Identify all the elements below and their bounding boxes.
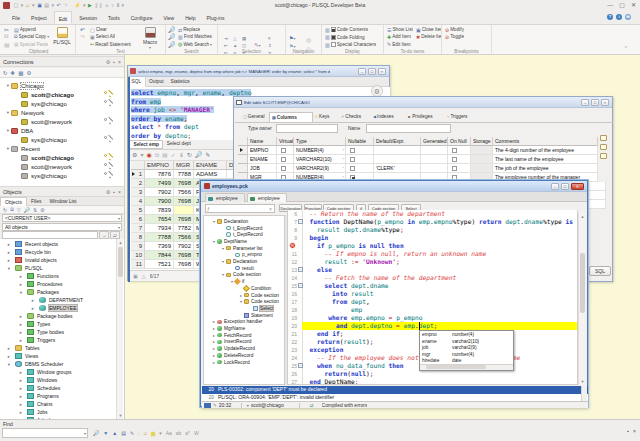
clear-filter-icon[interactable]: × (269, 206, 272, 212)
ribbon-item-recallstatement[interactable]: ↩Recall Statement (90, 41, 131, 48)
program-tree-item[interactable]: ▸Code section (204, 292, 285, 299)
program-tree-item[interactable]: ▸InsertRecord (204, 339, 285, 346)
ribbon-tab-configure[interactable]: Configure (127, 11, 157, 24)
storage-cell[interactable] (471, 164, 493, 173)
export-icon[interactable]: ⇓ (179, 151, 184, 159)
connection-item[interactable]: ▾DBA (0, 126, 124, 135)
connection-item[interactable]: scott@newyork (0, 117, 124, 126)
objects-search-input[interactable] (2, 231, 98, 239)
sep[interactable]: | (138, 429, 139, 437)
highlight-icon[interactable]: ✎ (130, 429, 134, 437)
ribbon-tab-project[interactable]: Project (27, 11, 51, 24)
cut-icon[interactable]: ✂ (4, 26, 10, 33)
dialog-tab-triggers[interactable]: ⌁Triggers (445, 112, 483, 122)
connection-item[interactable]: ▾Chicago (0, 81, 124, 90)
onnull-cell[interactable] (448, 164, 471, 173)
gear-icon[interactable]: ⚙ (132, 151, 137, 159)
connection-item[interactable]: scott@chicago (0, 90, 124, 99)
ribbon-item-deleteitem[interactable]: ✖Delete Item (416, 33, 442, 40)
panel-pin-icon[interactable]: ▪ (113, 59, 115, 66)
grid-header-ename[interactable]: ENAME (194, 161, 227, 170)
ribbon-item-replace[interactable]: ⇄Replace (178, 26, 212, 33)
sql-tab-sql[interactable]: SQL (128, 77, 146, 87)
ribbon-tab-session[interactable]: Session (75, 11, 101, 24)
grid-cell[interactable]: 7369 (145, 242, 174, 251)
scrollbar-thumb[interactable] (118, 247, 123, 277)
checkbox-icon[interactable] (331, 27, 336, 32)
case-icon[interactable]: Aa (166, 429, 172, 437)
default-cell[interactable]: 'CLERK' (374, 164, 421, 173)
panel-gear-icon[interactable]: ⚙ (106, 59, 110, 66)
ribbon-item-modify[interactable]: ⊘Modify (445, 26, 464, 33)
grid-cell[interactable]: 7698 (174, 197, 194, 206)
onnull-checkbox[interactable] (452, 157, 457, 162)
layout-icon[interactable]: ▦ (18, 70, 23, 76)
add-connection-icon[interactable]: ✚ (11, 70, 16, 76)
dialog-grid-header-storage[interactable]: Storage (471, 137, 493, 146)
nullable-cell[interactable] (346, 146, 374, 155)
virtual-cell[interactable] (277, 146, 294, 155)
close-find-icon[interactable]: × (633, 428, 636, 434)
program-tree-item[interactable]: ▾Declaration (204, 258, 285, 265)
find-icon[interactable]: 🔎 (168, 26, 176, 33)
dialog-tab-privileges[interactable]: ☻Privileges (405, 112, 445, 122)
selection-tool-icon[interactable]: ≋ (233, 51, 237, 54)
program-tree-item[interactable]: ▸LockRecord (204, 359, 285, 366)
tree-filter-input[interactable]: ƒ× (205, 204, 275, 213)
dialog-titlebar[interactable]: Edit table SCOTT.EMP@CHICAGO–□× (234, 97, 612, 108)
default-cell[interactable] (374, 146, 421, 155)
grid-cell[interactable]: 7839 (145, 206, 174, 215)
goto-line-icon[interactable]: → (289, 41, 294, 54)
ribbon-item-clear[interactable]: ▢Clear (90, 26, 131, 33)
paste-icon[interactable]: ▤ (4, 41, 10, 48)
dialog-grid-header-name[interactable]: Name (248, 137, 277, 146)
dialog-grid-header-type[interactable]: Type (294, 137, 346, 146)
grid-header-empno[interactable]: EMPNO (145, 161, 174, 170)
grid-cell[interactable]: 7844 (145, 251, 174, 260)
sql-window-titlebar[interactable]: select empno, mgr, ename, deptno from em… (128, 66, 389, 77)
program-tree-item[interactable]: ▾Code section (204, 298, 285, 305)
grid-cell[interactable]: 7902 (174, 242, 194, 251)
grid-cell[interactable]: 7654 (145, 215, 174, 224)
marker-icon[interactable]: ▆ (151, 429, 155, 437)
find-prev-icon[interactable]: ▲ (112, 429, 117, 437)
virtual-checkbox[interactable] (281, 166, 286, 171)
dialog-tab-general[interactable]: ▢General (241, 112, 269, 122)
help-icon[interactable]: ? (607, 14, 613, 20)
grid-cell[interactable]: 7902 (145, 188, 174, 197)
close-button[interactable]: ✕ (571, 183, 584, 190)
ribbon-item-append[interactable]: ▤Append (14, 26, 49, 33)
comment-cell[interactable]: The last name of the employee (493, 155, 598, 164)
panel-close-icon[interactable]: × (118, 189, 121, 196)
result-tab-selectemp[interactable]: Select emp (129, 140, 163, 149)
ribbon-item-specialpaste[interactable]: ▦Special Paste (14, 41, 49, 48)
connection-item[interactable]: scott@newyork (0, 162, 124, 171)
onnull-checkbox[interactable] (452, 166, 457, 171)
panel-close-icon[interactable]: × (118, 59, 121, 66)
sort-icon[interactable]: ⇅ (33, 207, 37, 213)
grid-cell[interactable]: 7698 (174, 179, 194, 188)
grid-cell[interactable] (174, 206, 194, 215)
column-name-cell[interactable]: JOB (248, 164, 277, 173)
generated-cell[interactable] (421, 164, 448, 173)
connection-item[interactable]: scott@chicago (0, 153, 124, 162)
program-tree-item[interactable]: ▸MgrName (204, 325, 285, 332)
checkbox-icon[interactable] (331, 42, 336, 47)
grid-cell[interactable]: 7698 (174, 260, 194, 269)
dialog-grid-header-generated[interactable]: Generated (421, 137, 448, 146)
dialog-tab-keys[interactable]: ⚿Keys (313, 112, 339, 122)
nullable-checkbox[interactable] (350, 157, 355, 162)
ribbon-tab-view[interactable]: View (159, 11, 178, 24)
grid-cell[interactable]: 7566 (174, 233, 194, 242)
maximize-button[interactable]: □ (368, 68, 376, 75)
ribbon-item-websearch[interactable]: ◍Web Search▾ (178, 41, 212, 48)
sql-tab-output[interactable]: Output (146, 77, 167, 87)
onnull-cell[interactable] (448, 155, 471, 164)
objects-tab-windowlist[interactable]: Window List (46, 197, 81, 206)
redo-icon[interactable]: ↷ (80, 33, 85, 40)
maximize-button[interactable]: □ (561, 183, 569, 190)
panel-pin-icon[interactable]: ▪ (113, 189, 115, 196)
program-tree-item[interactable]: t_DeptRecord (204, 231, 285, 238)
grid-cell[interactable]: 7698 (174, 215, 194, 224)
ribbon-item-specialcopy[interactable]: ⧉Special Copy▾ (14, 33, 49, 40)
